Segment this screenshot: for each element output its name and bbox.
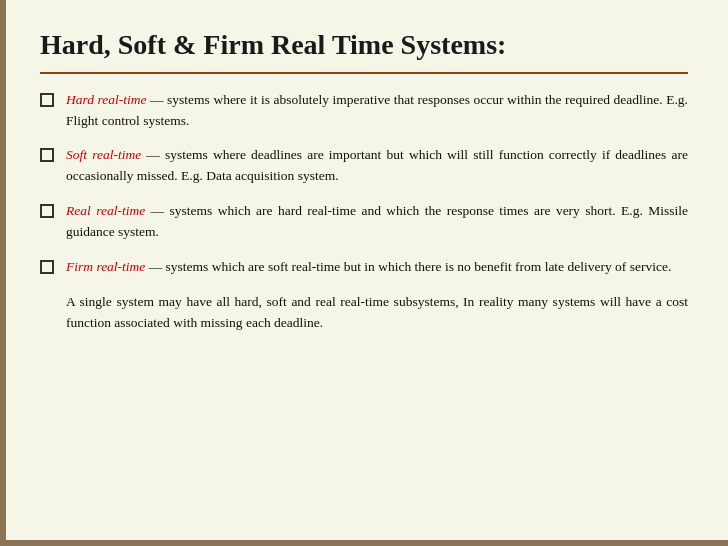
bullet-item-firm: Firm real-time — systems which are soft … (40, 257, 688, 278)
left-bar (0, 0, 6, 546)
slide-title: Hard, Soft & Firm Real Time Systems: (40, 28, 688, 62)
firm-description: systems which are soft real-time but in … (166, 259, 672, 274)
bullet-text-real: Real real-time — systems which are hard … (66, 201, 688, 243)
bullet-checkbox-3 (40, 204, 54, 218)
term-hard: Hard real-time (66, 92, 147, 107)
term-soft: Soft real-time (66, 147, 141, 162)
note-block: A single system may have all hard, soft … (66, 292, 688, 334)
bullet-text-soft: Soft real-time — systems where deadlines… (66, 145, 688, 187)
title-underline (40, 72, 688, 74)
bottom-bar (0, 540, 728, 546)
term-real: Real real-time (66, 203, 145, 218)
dash-1: — (147, 92, 168, 107)
bullet-text-hard: Hard real-time — systems where it is abs… (66, 90, 688, 132)
dash-2: — (141, 147, 165, 162)
bullet-item-hard: Hard real-time — systems where it is abs… (40, 90, 688, 132)
bullet-checkbox-2 (40, 148, 54, 162)
bullet-item-soft: Soft real-time — systems where deadlines… (40, 145, 688, 187)
term-firm: Firm real-time (66, 259, 145, 274)
content-area: Hard real-time — systems where it is abs… (40, 90, 688, 334)
bullet-text-firm: Firm real-time — systems which are soft … (66, 257, 688, 278)
slide: Hard, Soft & Firm Real Time Systems: Har… (0, 0, 728, 546)
dash-4: — (145, 259, 165, 274)
bullet-checkbox-1 (40, 93, 54, 107)
bullet-checkbox-4 (40, 260, 54, 274)
dash-3: — (145, 203, 169, 218)
bullet-item-real: Real real-time — systems which are hard … (40, 201, 688, 243)
